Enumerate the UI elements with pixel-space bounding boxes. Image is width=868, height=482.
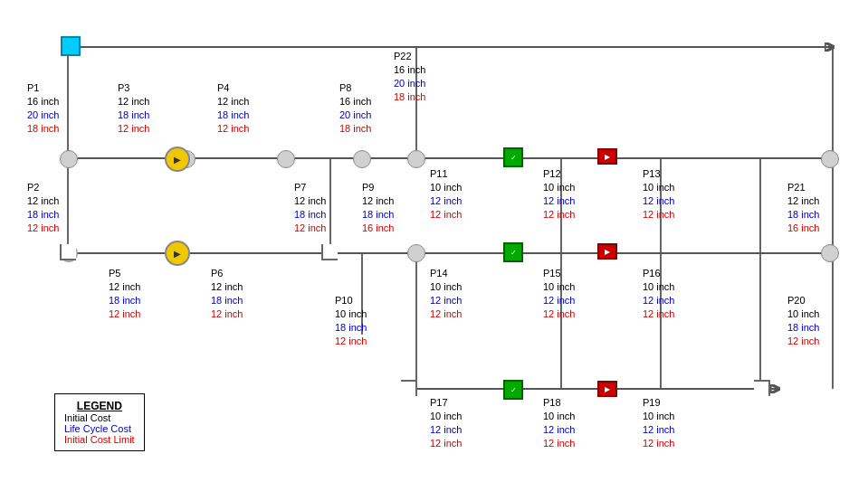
junction-p4 [277,150,295,168]
source-node [61,36,81,56]
label-p15: P15 10 inch 12 inch 12 inch [543,267,575,320]
junction-right1 [821,150,839,168]
legend: LEGEND Initial Cost Life Cycle Cost Init… [54,393,145,451]
label-p10: P10 10 inch 18 inch 12 inch [335,294,367,347]
valve-green-1[interactable]: ✓ [503,147,523,167]
pump-1[interactable] [165,146,190,172]
label-p2: P2 12 inch 18 inch 12 inch [27,181,59,234]
label-p20: P20 10 inch 18 inch 12 inch [787,294,819,347]
corner-tl [60,244,76,260]
label-p14: P14 10 inch 12 inch 12 inch [430,267,462,320]
junction-p1-row1 [60,150,78,168]
legend-title: LEGEND [64,400,135,412]
label-p13: P13 10 inch 12 inch 12 inch [643,167,674,221]
label-p11: P11 10 inch 12 inch 12 inch [430,167,462,221]
label-p4: P4 12 inch 18 inch 12 inch [217,81,249,135]
corner-p10 [321,244,338,260]
diagram-canvas: ✓ ✓ ✓ ▶ ▶ ▶ P1 16 inch 20 inch 18 inch P… [0,0,868,482]
junction-p11 [407,150,425,168]
valve-red-1[interactable]: ▶ [597,148,617,165]
label-p18: P18 10 inch 12 inch 12 inch [543,396,575,449]
label-p22: P22 16 inch 20 inch 18 inch [394,50,425,103]
label-p21: P21 12 inch 18 inch 16 inch [787,181,819,234]
label-p17: P17 10 inch 12 inch 12 inch [430,396,462,449]
label-p3: P3 12 inch 18 inch 12 inch [118,81,149,135]
corner-p17 [401,380,417,396]
legend-initial-cost-limit: Initial Cost Limit [64,434,135,445]
label-p9: P9 12 inch 18 inch 16 inch [362,181,394,234]
label-p8: P8 16 inch 20 inch 18 inch [339,81,371,135]
label-p5: P5 12 inch 18 inch 12 inch [109,267,140,320]
label-p7: P7 12 inch 18 inch 12 inch [294,181,326,234]
junction-p8 [353,150,371,168]
label-p6: P6 12 inch 18 inch 12 inch [211,267,243,320]
valve-green-3[interactable]: ✓ [503,380,523,400]
valve-red-2[interactable]: ▶ [597,243,617,260]
legend-initial-cost: Initial Cost [64,412,135,423]
valve-green-2[interactable]: ✓ [503,242,523,262]
junction-row2-mid [407,244,425,262]
corner-br1 [754,380,770,396]
pump-2[interactable] [165,241,190,266]
junction-row2-r1 [821,244,839,262]
legend-lifecycle-cost: Life Cycle Cost [64,423,135,434]
valve-red-3[interactable]: ▶ [597,381,617,397]
label-p12: P12 10 inch 12 inch 12 inch [543,167,575,221]
label-p1: P1 16 inch 20 inch 18 inch [27,81,59,135]
label-p19: P19 10 inch 12 inch 12 inch [643,396,674,449]
label-p16: P16 10 inch 12 inch 12 inch [643,267,674,320]
